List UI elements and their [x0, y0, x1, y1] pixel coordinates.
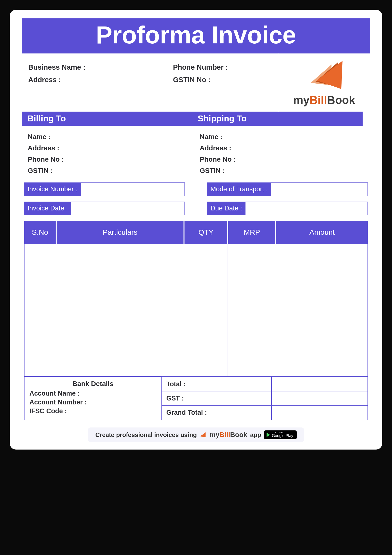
business-address-label: Address : [28, 76, 168, 84]
grand-total-label: Grand Total : [162, 406, 272, 420]
shipping-phone-label: Phone No : [200, 155, 364, 163]
footer-logo: myBillBook [209, 431, 247, 439]
brand-logo: myBillBook [293, 60, 355, 107]
invoice-number-box: Invoice Number : [24, 182, 185, 196]
meta-row-2: Invoice Date : Due Date : [22, 202, 370, 215]
logo-bill: Bill [309, 94, 327, 106]
billing-shipping-header: Billing To Shipping To [22, 112, 363, 126]
billing-phone-label: Phone No : [28, 155, 192, 163]
col-amount-header: Amount [276, 221, 368, 244]
business-phone-label: Phone Number : [173, 63, 273, 71]
items-body-row [24, 244, 368, 376]
shipping-column: Name : Address : Phone No : GSTIN : [196, 129, 368, 178]
google-play-badge[interactable]: GET IT ON Google Play [264, 430, 297, 439]
mrp-cell[interactable] [228, 244, 276, 376]
col-qty-header: QTY [184, 221, 228, 244]
logo-book: Book [327, 94, 355, 106]
invoice-date-label: Invoice Date : [24, 202, 71, 215]
invoice-number-label: Invoice Number : [24, 183, 81, 196]
summary-table: Bank Details Account Name : Account Numb… [24, 377, 368, 420]
transport-mode-value[interactable] [271, 183, 368, 196]
gplay-text: GET IT ON Google Play [272, 432, 293, 438]
billing-address-label: Address : [28, 144, 192, 152]
items-header-row: S.No Particulars QTY MRP Amount [24, 221, 368, 244]
footer-logo-my: my [209, 431, 219, 439]
business-left-col: Business Name : Address : [22, 53, 173, 112]
col-sno-header: S.No [24, 221, 56, 244]
invoice-number-value[interactable] [81, 183, 184, 196]
billing-to-header: Billing To [22, 112, 192, 126]
business-info-row: Business Name : Address : Phone Number :… [22, 53, 370, 112]
footer-promo: Create professional invoices using myBil… [88, 427, 304, 442]
account-name-label: Account Name : [29, 390, 157, 397]
account-number-label: Account Number : [29, 399, 157, 406]
arrow-icon [303, 60, 345, 91]
qty-cell[interactable] [184, 244, 228, 376]
gst-value[interactable] [271, 391, 368, 405]
bank-details-title: Bank Details [29, 380, 157, 388]
grand-total-value[interactable] [271, 406, 368, 420]
shipping-name-label: Name : [200, 133, 364, 141]
play-icon [267, 433, 270, 437]
business-gstin-label: GSTIN No : [173, 76, 273, 84]
page-title: Proforma Invoice [22, 18, 370, 53]
particulars-cell[interactable] [56, 244, 184, 376]
footer-arrow-icon [200, 432, 207, 438]
bank-details-cell: Bank Details Account Name : Account Numb… [24, 377, 162, 420]
logo-my: my [293, 94, 309, 106]
sno-cell[interactable] [24, 244, 56, 376]
business-name-label: Business Name : [28, 63, 168, 71]
total-value[interactable] [271, 377, 368, 391]
footer-text-1: Create professional invoices using [95, 431, 197, 439]
billing-name-label: Name : [28, 133, 192, 141]
col-mrp-header: MRP [228, 221, 276, 244]
shipping-gstin-label: GSTIN : [200, 167, 364, 175]
gplay-bottom: Google Play [272, 434, 293, 438]
billing-column: Name : Address : Phone No : GSTIN : [24, 129, 196, 178]
invoice-date-value[interactable] [71, 202, 184, 215]
logo-text: myBillBook [293, 93, 355, 107]
transport-mode-box: Mode of Transport : [207, 182, 368, 196]
footer-logo-bill: Bill [220, 431, 230, 439]
footer-text-2: app [250, 431, 261, 439]
billing-gstin-label: GSTIN : [28, 167, 192, 175]
billing-shipping-details: Name : Address : Phone No : GSTIN : Name… [22, 129, 370, 178]
items-table: S.No Particulars QTY MRP Amount [24, 221, 368, 377]
total-label: Total : [162, 377, 272, 391]
gst-label: GST : [162, 391, 272, 405]
col-particulars-header: Particulars [56, 221, 184, 244]
due-date-label: Due Date : [208, 202, 245, 215]
transport-mode-label: Mode of Transport : [208, 183, 271, 196]
due-date-value[interactable] [245, 202, 368, 215]
amount-cell[interactable] [276, 244, 368, 376]
business-mid-col: Phone Number : GSTIN No : [173, 53, 278, 112]
meta-row-1: Invoice Number : Mode of Transport : [22, 182, 370, 196]
ifsc-code-label: IFSC Code : [29, 407, 157, 415]
invoice-date-box: Invoice Date : [24, 202, 185, 215]
logo-area: myBillBook [278, 53, 370, 112]
summary-row-total: Bank Details Account Name : Account Numb… [24, 377, 368, 391]
shipping-address-label: Address : [200, 144, 364, 152]
footer-logo-book: Book [230, 431, 247, 439]
due-date-box: Due Date : [207, 202, 368, 215]
invoice-page: Proforma Invoice Business Name : Address… [10, 10, 382, 450]
shipping-to-header: Shipping To [192, 112, 363, 126]
